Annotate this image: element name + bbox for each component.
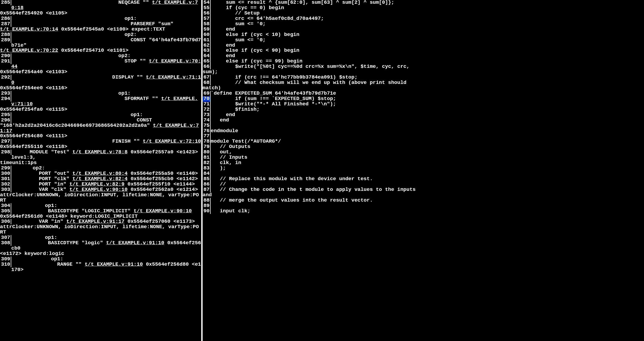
code-line[interactable]: "168'h2a2d2a20416c6c2046696e697368656420… — [0, 123, 201, 134]
code-line[interactable]: 0x5564ef254c80 <e1111> — [0, 134, 201, 139]
code-line[interactable]: 303 VAR "clk" t/t_EXAMPLE.v:90:10 0x5564… — [0, 187, 201, 192]
code-line[interactable]: 0x5564ef254920 <e1105> — [0, 11, 201, 16]
line-number: 54 — [203, 0, 211, 5]
code-line[interactable]: 289 CONST "64'h4afe43fb79d7b71e" — [0, 38, 201, 48]
code-line[interactable]: 287 PARSEREF "sum" — [0, 21, 201, 27]
line-number: 62 — [203, 43, 211, 48]
code-line[interactable]: 306 VAR "in" t/t_EXAMPLE.v:91:17 0x5564e… — [0, 219, 201, 224]
code-line[interactable]: 70 if (sum !== `EXPECTED_SUM) $stop; — [203, 96, 644, 102]
code-line[interactable]: 285 NEQCASE "" t/t_EXAMPLE.v:70:18 — [0, 0, 201, 11]
code-line[interactable]: t/t_EXAMPLE.v:70:22 0x5564ef254710 <e110… — [0, 48, 201, 53]
left-pane[interactable]: 285 NEQCASE "" t/t_EXAMPLE.v:70:180x5564… — [0, 0, 203, 341]
code-line[interactable]: timeunit:1ps — [0, 160, 201, 166]
code-line[interactable]: 58 sum <= '0; — [203, 21, 644, 27]
code-line[interactable]: 74 end — [203, 118, 644, 123]
code-line[interactable]: 300 PORT "out" t/t_EXAMPLE.v:80:4 0x5564… — [0, 171, 201, 176]
code-line[interactable]: 299 op2: — [0, 166, 201, 171]
code-line[interactable]: 85 // Replace this module with the devic… — [203, 176, 644, 182]
code-line[interactable]: 78module Test(/*AUTOARG*/ — [203, 139, 644, 144]
line-content-wrap: "168'h2a2d2a20416c6c2046696e697368656420… — [0, 123, 201, 134]
code-line[interactable]: 288 op2: — [0, 32, 201, 38]
code-line[interactable]: 65 else if (cyc == 99) begin — [203, 59, 644, 64]
code-line[interactable]: 83 ); — [203, 166, 644, 171]
code-line[interactable]: 305 BASICDTYPE "LOGIC_IMPLICIT" t/t_EXAM… — [0, 209, 201, 214]
code-line[interactable]: 79 // Outputs — [203, 144, 644, 150]
code-line[interactable]: 82 clk, in — [203, 160, 644, 166]
code-line[interactable]: 68 // What checksum will we end up with … — [203, 80, 644, 86]
code-line[interactable]: 84 — [203, 171, 644, 176]
code-line[interactable]: and — [203, 192, 644, 198]
code-line[interactable]: 0x5564ef255110 <e1118> — [0, 144, 201, 150]
code-line[interactable]: 302 PORT "in" t/t_EXAMPLE.v:82:9 0x5564e… — [0, 182, 201, 187]
code-line[interactable]: 292 DISPLAY "" t/t_EXAMPLE.v:71:10 — [0, 75, 201, 86]
code-line[interactable]: 69`define EXPECTED_SUM 64'h4afe43fb79d7b… — [203, 91, 644, 96]
line-content-wrap: 0x5564ef255110 <e1118> — [0, 144, 67, 150]
code-line[interactable]: 291 STOP "" t/t_EXAMPLE.v:70:44 — [0, 59, 201, 69]
code-line[interactable]: 55 if (cyc == 0) begin — [203, 5, 644, 11]
line-number: 292 — [0, 75, 11, 80]
code-line[interactable]: 61 sum <= '0; — [203, 38, 644, 43]
code-line[interactable]: 298 MODULE "Test" t/t_EXAMPLE.v:78:8 0x5… — [0, 150, 201, 160]
code-line[interactable]: 64 end — [203, 53, 644, 59]
code-line[interactable]: 309 op1: — [0, 257, 201, 262]
code-line[interactable]: sum); — [203, 69, 644, 75]
code-line[interactable]: 89 — [203, 203, 644, 209]
code-line[interactable]: 0x5564ef254ee0 <e1116> — [0, 86, 201, 91]
code-line[interactable]: match) — [203, 86, 644, 91]
code-line[interactable]: 71 $write("*-* All Finished *-*\n"); — [203, 102, 644, 107]
code-line[interactable]: 81 // Inputs — [203, 155, 644, 160]
code-line[interactable]: 301 PORT "clk" t/t_EXAMPLE.v:82:4 0x5564… — [0, 176, 201, 182]
code-line[interactable]: 90 input clk; — [203, 209, 644, 214]
line-content: PORT "in" t/t_EXAMPLE.v:82:9 0x5564ef255… — [11, 182, 195, 187]
line-number: 309 — [0, 257, 11, 262]
code-line[interactable]: <e1172> keyword:logic — [0, 251, 201, 257]
right-pane[interactable]: 54 sum <= result ^ {sum[62:0], sum[63] ^… — [203, 0, 644, 341]
line-number: 72 — [203, 107, 211, 112]
line-content-wrap: 0x5564ef254920 <e1105> — [0, 11, 67, 16]
code-line[interactable]: 86 // — [203, 182, 644, 187]
code-line[interactable]: 72 $finish; — [203, 107, 644, 112]
code-line[interactable]: 295 op1: — [0, 112, 201, 118]
code-line[interactable]: 75 — [203, 123, 644, 128]
code-line[interactable]: 0x5564ef254a40 <e1103> — [0, 69, 201, 75]
code-line[interactable]: attrClocker:UNKNOWN, ioDirection:INPUT, … — [0, 192, 201, 203]
code-line[interactable]: 54 sum <= result ^ {sum[62:0], sum[63] ^… — [203, 0, 644, 5]
code-line[interactable]: 59 end — [203, 27, 644, 32]
line-content: $write("*-* All Finished *-*\n"); — [211, 102, 336, 107]
code-line[interactable]: 308 BASICDTYPE "logic" t/t_EXAMPLE.v:91:… — [0, 240, 201, 251]
code-line[interactable]: 66 $write("[%0t] cyc==%0d crc=%x sum=%x\… — [203, 64, 644, 69]
line-content: FINISH "" t/t_EXAMPLE.v:72:10 — [11, 139, 201, 144]
code-line[interactable]: 73 end — [203, 112, 644, 118]
code-line[interactable]: attrClocker:UNKNOWN, ioDirection:INPUT, … — [0, 224, 201, 235]
line-content-wrap: 0x5564ef254fa0 <e1115> — [0, 107, 67, 112]
code-line[interactable]: 310 RANGE "" t/t_EXAMPLE.v:91:10 0x5564e… — [0, 262, 201, 273]
code-line[interactable]: 77 — [203, 134, 644, 139]
code-line[interactable]: 57 crc <= 64'h5aef0c8d_d70a4497; — [203, 16, 644, 21]
line-content: PORT "out" t/t_EXAMPLE.v:80:4 0x5564ef25… — [11, 171, 198, 176]
code-line[interactable]: 88 // merge the output values into the r… — [203, 198, 644, 203]
code-line[interactable]: 87 // Change the code in the t module to… — [203, 187, 644, 192]
code-line[interactable]: 76endmodule — [203, 128, 644, 134]
code-line[interactable]: 294 SFORMATF "" t/t_EXAMPLE.v:71:10 — [0, 96, 201, 107]
code-line[interactable]: t/t_EXAMPLE.v:70:14 0x5564ef2545a0 <e110… — [0, 27, 201, 32]
code-line[interactable]: 307 op1: — [0, 235, 201, 240]
code-line[interactable]: 63 else if (cyc < 90) begin — [203, 48, 644, 53]
code-line[interactable]: 286 op1: — [0, 16, 201, 21]
code-line[interactable]: 56 // Setup — [203, 11, 644, 16]
code-line[interactable]: 62 end — [203, 43, 644, 48]
line-number: 83 — [203, 166, 211, 171]
code-line[interactable]: 0x5564ef2561d0 <e1148> keyword:LOGIC_IMP… — [0, 214, 201, 219]
code-line[interactable]: 304 op1: — [0, 203, 201, 209]
code-line[interactable]: 290 op2: — [0, 53, 201, 59]
line-content-wrap: t/t_EXAMPLE.v:70:14 0x5564ef2545a0 <e110… — [0, 27, 165, 32]
line-number: 304 — [0, 203, 11, 209]
code-line[interactable]: 0x5564ef254fa0 <e1115> — [0, 107, 201, 112]
code-line[interactable]: 296 CONST — [0, 118, 201, 123]
code-line[interactable]: 297 FINISH "" t/t_EXAMPLE.v:72:10 — [0, 139, 201, 144]
line-content: PARSEREF "sum" — [11, 21, 173, 27]
code-line[interactable]: 293 op1: — [0, 91, 201, 96]
code-line[interactable]: 67 if (crc !== 64'hc77bb9b3784ea091) $st… — [203, 75, 644, 80]
code-line[interactable]: 80 out, — [203, 150, 644, 155]
line-content: crc <= 64'h5aef0c8d_d70a4497; — [211, 16, 324, 21]
code-line[interactable]: 60 else if (cyc < 10) begin — [203, 32, 644, 38]
